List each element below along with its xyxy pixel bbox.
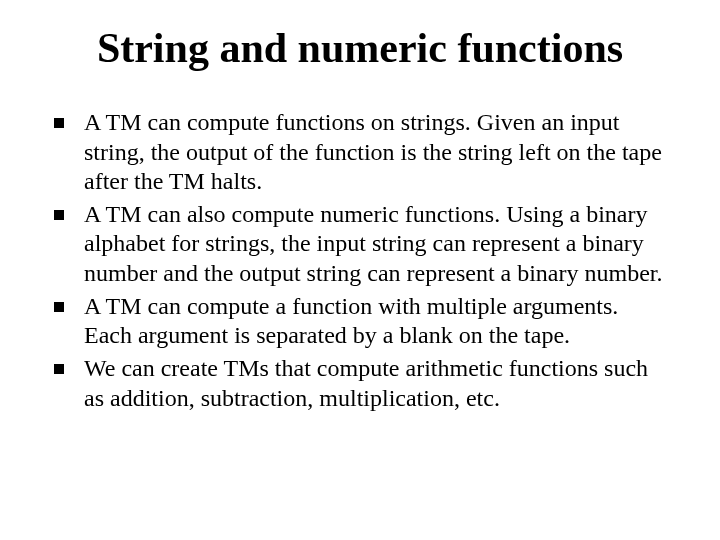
list-item-text: A TM can also compute numeric functions.… bbox=[84, 201, 663, 286]
list-item: A TM can compute a function with multipl… bbox=[50, 292, 670, 351]
list-item: A TM can also compute numeric functions.… bbox=[50, 200, 670, 288]
bullet-list: A TM can compute functions on strings. G… bbox=[50, 108, 670, 413]
square-bullet-icon bbox=[54, 118, 64, 128]
slide-title: String and numeric functions bbox=[50, 24, 670, 72]
list-item-text: We can create TMs that compute arithmeti… bbox=[84, 355, 648, 410]
list-item-text: A TM can compute functions on strings. G… bbox=[84, 109, 662, 194]
square-bullet-icon bbox=[54, 302, 64, 312]
square-bullet-icon bbox=[54, 210, 64, 220]
list-item-text: A TM can compute a function with multipl… bbox=[84, 293, 618, 348]
square-bullet-icon bbox=[54, 364, 64, 374]
slide: String and numeric functions A TM can co… bbox=[0, 0, 720, 540]
list-item: We can create TMs that compute arithmeti… bbox=[50, 354, 670, 413]
list-item: A TM can compute functions on strings. G… bbox=[50, 108, 670, 196]
